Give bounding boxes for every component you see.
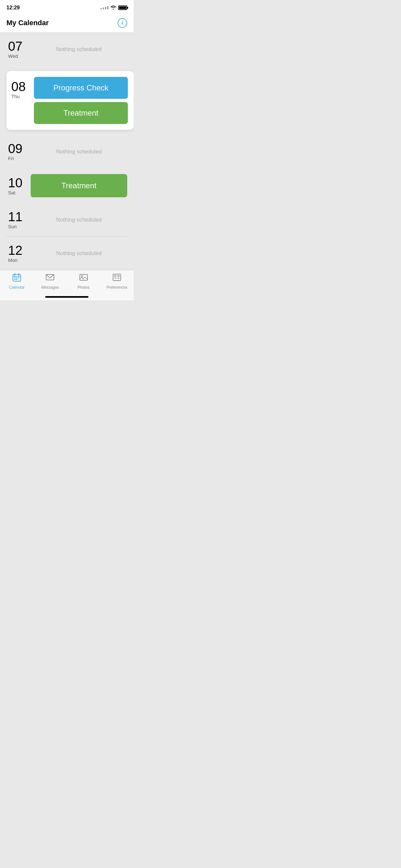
date-label-09: 09 Fri [6,142,31,161]
battery-icon [118,5,127,10]
date-day-07: Wed [8,53,31,59]
bottom-nav: Calendar Messages Photos [0,270,134,296]
date-number-08: 08 [11,80,34,93]
nav-item-calendar[interactable]: Calendar [0,273,34,290]
nav-label-calendar: Calendar [9,285,25,290]
svg-rect-4 [14,277,16,278]
nothing-scheduled-11: Nothing scheduled [31,217,127,223]
day-row-09: 09 Fri Nothing scheduled [0,135,134,168]
date-number-09: 09 [8,142,31,155]
app-title: My Calendar [6,19,49,27]
status-icons [100,5,127,11]
nothing-scheduled-07: Nothing scheduled [31,46,127,53]
day-row-08-wrapper: 08 Thu Progress Check Treatment [0,66,134,135]
day-row-10: 10 Sat Treatment [0,168,134,203]
svg-rect-12 [113,274,121,281]
date-day-10: Sat [8,190,31,195]
svg-rect-8 [16,279,18,280]
date-label-10: 10 Sat [6,176,31,195]
status-bar: 12:29 [0,0,134,14]
signal-icon [100,6,109,9]
svg-rect-5 [16,277,18,278]
day-row-12: 12 Mon Nothing scheduled [0,237,134,270]
home-bar [45,296,89,298]
progress-check-button[interactable]: Progress Check [34,77,128,99]
svg-rect-6 [18,277,19,278]
date-number-11: 11 [8,210,31,223]
treatment-button-10[interactable]: Treatment [31,174,127,197]
date-label-11: 11 Sun [6,210,31,229]
svg-point-11 [81,276,83,277]
info-button[interactable]: i [118,18,127,28]
date-label-12: 12 Mon [6,244,31,263]
date-day-09: Fri [8,156,31,161]
date-number-12: 12 [8,244,31,257]
nav-label-photos: Photos [78,285,89,290]
date-day-08: Thu [11,94,34,99]
svg-rect-7 [14,279,16,280]
nav-label-preferences: Preferences [106,285,127,290]
svg-point-13 [115,275,116,277]
card-events-08: Progress Check Treatment [34,77,128,124]
wifi-icon [111,5,116,11]
nothing-scheduled-12: Nothing scheduled [31,250,127,257]
calendar-icon [12,273,21,284]
date-day-12: Mon [8,257,31,263]
app-header: My Calendar i [0,14,134,33]
day-row-11: 11 Sun Nothing scheduled [0,203,134,237]
treatment-button-08[interactable]: Treatment [34,102,128,124]
nav-item-messages[interactable]: Messages [34,273,67,290]
date-label-08: 08 Thu [10,77,34,99]
nav-label-messages: Messages [41,285,59,290]
day-card-08: 08 Thu Progress Check Treatment [6,71,134,130]
calendar-scroll: 07 Wed Nothing scheduled 08 Thu Progress… [0,33,134,270]
svg-rect-10 [80,275,88,280]
home-indicator [0,296,134,300]
messages-icon [45,273,55,284]
preferences-icon [112,273,121,284]
nav-item-photos[interactable]: Photos [67,273,100,290]
nothing-scheduled-09: Nothing scheduled [31,149,127,155]
date-number-10: 10 [8,176,31,189]
date-label-07: 07 Wed [6,40,31,59]
date-day-11: Sun [8,224,31,229]
photos-icon [79,273,88,284]
day-row-07: 07 Wed Nothing scheduled [0,33,134,66]
status-time: 12:29 [6,5,20,11]
date-number-07: 07 [8,40,31,53]
svg-point-14 [118,275,120,277]
nav-item-preferences[interactable]: Preferences [100,273,134,290]
